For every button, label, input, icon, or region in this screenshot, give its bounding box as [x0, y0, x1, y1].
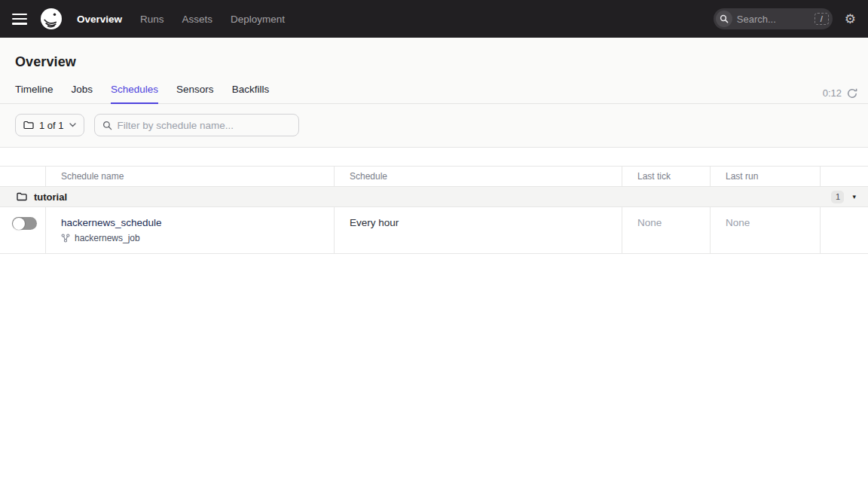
toggle-cell — [0, 207, 45, 254]
col-last-tick: Last tick — [622, 166, 710, 187]
schedule-filter-field — [94, 114, 299, 136]
nav-item-assets[interactable]: Assets — [182, 14, 213, 25]
dagster-logo[interactable] — [39, 7, 63, 31]
refresh-status: 0:12 — [823, 87, 857, 103]
refresh-countdown: 0:12 — [823, 87, 842, 99]
col-actions — [820, 166, 868, 187]
folder-icon — [23, 121, 34, 130]
chevron-down-icon — [69, 123, 76, 127]
schedule-filter-input[interactable] — [118, 120, 291, 131]
search-icon — [102, 121, 112, 130]
refresh-icon[interactable] — [847, 88, 857, 99]
col-schedule-name: Schedule name — [45, 166, 334, 187]
tab-backfills[interactable]: Backfills — [232, 84, 270, 103]
col-last-run: Last run — [710, 166, 820, 187]
app-window: Overview Runs Assets Deployment / ⚙ Over… — [0, 0, 868, 480]
filter-toolbar: 1 of 1 — [0, 104, 868, 148]
repo-scope-label: 1 of 1 — [39, 120, 64, 131]
schedule-toggle[interactable] — [12, 217, 37, 230]
tabs: Timeline Jobs Schedules Sensors Backfill… — [15, 84, 269, 103]
search-input[interactable] — [732, 14, 815, 25]
search-icon — [716, 11, 732, 27]
job-link[interactable]: hackernews_job — [75, 233, 140, 243]
tabs-bar: Timeline Jobs Schedules Sensors Backfill… — [0, 70, 868, 104]
job-graph-icon — [61, 234, 70, 243]
nav-item-overview[interactable]: Overview — [77, 14, 122, 25]
col-schedule: Schedule — [334, 166, 622, 187]
tab-sensors[interactable]: Sensors — [176, 84, 214, 103]
search-shortcut-key: / — [815, 13, 829, 25]
group-name: tutorial — [34, 191, 67, 203]
nav-item-runs[interactable]: Runs — [140, 14, 164, 25]
page-header: Overview — [0, 38, 868, 70]
schedule-name-cell: hackernews_schedule hackernews_job — [45, 207, 334, 254]
folder-icon — [17, 192, 27, 201]
schedule-name-link[interactable]: hackernews_schedule — [61, 217, 162, 228]
actions-cell — [820, 207, 868, 254]
schedules-table: Schedule name Schedule Last tick Last ru… — [0, 148, 868, 480]
group-count-badge: 1 — [831, 191, 844, 203]
last-tick-cell: None — [622, 207, 710, 254]
top-nav: Overview Runs Assets Deployment / ⚙ — [0, 0, 868, 38]
tab-timeline[interactable]: Timeline — [15, 84, 53, 103]
group-row-right: 1 ▾ — [831, 191, 856, 203]
last-run-cell: None — [710, 207, 820, 254]
col-toggle — [0, 166, 45, 187]
job-line: hackernews_job — [61, 233, 322, 243]
tab-schedules[interactable]: Schedules — [111, 84, 158, 103]
nav-right: / ⚙ — [714, 8, 856, 29]
gear-icon[interactable]: ⚙ — [845, 13, 856, 26]
collapse-caret-icon[interactable]: ▾ — [852, 194, 856, 200]
tab-jobs[interactable]: Jobs — [72, 84, 93, 103]
repo-scope-dropdown[interactable]: 1 of 1 — [15, 114, 84, 136]
dagster-logo-icon — [40, 8, 63, 30]
group-row-tutorial[interactable]: tutorial 1 ▾ — [0, 187, 868, 207]
schedule-cell: Every hour — [334, 207, 622, 254]
nav-links: Overview Runs Assets Deployment — [77, 14, 285, 25]
page-title: Overview — [15, 54, 853, 70]
global-search[interactable]: / — [714, 8, 833, 29]
nav-item-deployment[interactable]: Deployment — [231, 14, 285, 25]
table-row: hackernews_schedule hackernews_job Every… — [0, 207, 868, 254]
table-header-row: Schedule name Schedule Last tick Last ru… — [0, 166, 868, 187]
hamburger-menu-icon[interactable] — [12, 14, 27, 25]
